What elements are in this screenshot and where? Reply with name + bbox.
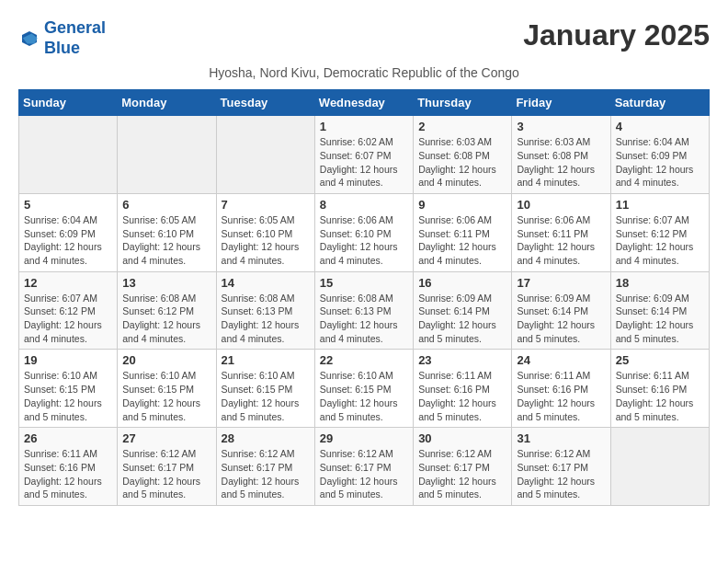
day-number: 5 xyxy=(24,198,112,212)
calendar-week-2: 5Sunrise: 6:04 AM Sunset: 6:09 PM Daylig… xyxy=(19,193,710,271)
day-number: 4 xyxy=(616,120,704,133)
day-number: 6 xyxy=(122,198,210,212)
month-title: January 2025 xyxy=(523,18,710,52)
day-info: Sunrise: 6:09 AM Sunset: 6:14 PM Dayligh… xyxy=(616,292,704,346)
calendar-cell: 7Sunrise: 6:05 AM Sunset: 6:10 PM Daylig… xyxy=(216,193,314,271)
day-info: Sunrise: 6:10 AM Sunset: 6:15 PM Dayligh… xyxy=(222,369,310,423)
calendar-cell: 10Sunrise: 6:06 AM Sunset: 6:11 PM Dayli… xyxy=(512,193,610,271)
day-info: Sunrise: 6:04 AM Sunset: 6:09 PM Dayligh… xyxy=(24,213,112,268)
day-info: Sunrise: 6:11 AM Sunset: 6:16 PM Dayligh… xyxy=(616,369,704,423)
calendar-cell: 27Sunrise: 6:12 AM Sunset: 6:17 PM Dayli… xyxy=(118,428,216,506)
day-info: Sunrise: 6:06 AM Sunset: 6:11 PM Dayligh… xyxy=(517,213,605,268)
calendar-cell: 13Sunrise: 6:08 AM Sunset: 6:12 PM Dayli… xyxy=(118,271,216,350)
day-info: Sunrise: 6:12 AM Sunset: 6:17 PM Dayligh… xyxy=(320,447,408,501)
calendar-cell: 29Sunrise: 6:12 AM Sunset: 6:17 PM Dayli… xyxy=(314,428,413,506)
day-info: Sunrise: 6:03 AM Sunset: 6:08 PM Dayligh… xyxy=(418,135,506,190)
title-section: January 2025 xyxy=(523,18,710,52)
day-number: 27 xyxy=(122,431,210,445)
logo-line1: General xyxy=(44,18,106,37)
header-friday: Friday xyxy=(512,90,610,116)
calendar-cell: 17Sunrise: 6:09 AM Sunset: 6:14 PM Dayli… xyxy=(512,271,610,350)
day-info: Sunrise: 6:12 AM Sunset: 6:17 PM Dayligh… xyxy=(122,447,210,501)
calendar-cell: 20Sunrise: 6:10 AM Sunset: 6:15 PM Dayli… xyxy=(118,350,216,428)
calendar-cell: 11Sunrise: 6:07 AM Sunset: 6:12 PM Dayli… xyxy=(610,193,709,271)
calendar-cell xyxy=(610,428,709,506)
calendar-cell: 2Sunrise: 6:03 AM Sunset: 6:08 PM Daylig… xyxy=(414,116,512,194)
calendar-week-1: 1Sunrise: 6:02 AM Sunset: 6:07 PM Daylig… xyxy=(19,116,710,194)
calendar-body: 1Sunrise: 6:02 AM Sunset: 6:07 PM Daylig… xyxy=(19,116,710,506)
day-info: Sunrise: 6:12 AM Sunset: 6:17 PM Dayligh… xyxy=(418,447,506,501)
day-number: 29 xyxy=(320,431,408,445)
day-number: 28 xyxy=(222,431,310,445)
day-number: 26 xyxy=(24,431,112,445)
calendar-cell: 4Sunrise: 6:04 AM Sunset: 6:09 PM Daylig… xyxy=(610,116,709,194)
day-number: 7 xyxy=(222,198,310,212)
day-number: 8 xyxy=(320,198,408,212)
calendar-cell: 15Sunrise: 6:08 AM Sunset: 6:13 PM Dayli… xyxy=(314,271,413,350)
day-number: 12 xyxy=(24,276,112,290)
day-number: 9 xyxy=(418,198,506,212)
calendar-cell xyxy=(216,116,314,194)
day-number: 18 xyxy=(616,276,704,290)
calendar-cell: 12Sunrise: 6:07 AM Sunset: 6:12 PM Dayli… xyxy=(19,271,118,350)
calendar-cell: 31Sunrise: 6:12 AM Sunset: 6:17 PM Dayli… xyxy=(512,428,610,506)
day-info: Sunrise: 6:10 AM Sunset: 6:15 PM Dayligh… xyxy=(122,369,210,423)
calendar-cell: 25Sunrise: 6:11 AM Sunset: 6:16 PM Dayli… xyxy=(610,350,709,428)
header-tuesday: Tuesday xyxy=(216,90,314,116)
day-info: Sunrise: 6:05 AM Sunset: 6:10 PM Dayligh… xyxy=(122,213,210,268)
calendar-cell: 5Sunrise: 6:04 AM Sunset: 6:09 PM Daylig… xyxy=(19,193,118,271)
day-info: Sunrise: 6:12 AM Sunset: 6:17 PM Dayligh… xyxy=(517,447,605,501)
header-monday: Monday xyxy=(118,90,216,116)
day-info: Sunrise: 6:06 AM Sunset: 6:11 PM Dayligh… xyxy=(418,213,506,268)
day-info: Sunrise: 6:06 AM Sunset: 6:10 PM Dayligh… xyxy=(320,213,408,268)
calendar-cell: 1Sunrise: 6:02 AM Sunset: 6:07 PM Daylig… xyxy=(314,116,413,194)
day-number: 10 xyxy=(517,198,605,212)
day-info: Sunrise: 6:04 AM Sunset: 6:09 PM Dayligh… xyxy=(616,135,704,190)
day-number: 24 xyxy=(517,353,605,367)
header-thursday: Thursday xyxy=(414,90,512,116)
calendar-cell: 21Sunrise: 6:10 AM Sunset: 6:15 PM Dayli… xyxy=(216,350,314,428)
day-info: Sunrise: 6:12 AM Sunset: 6:17 PM Dayligh… xyxy=(222,447,310,501)
day-info: Sunrise: 6:03 AM Sunset: 6:08 PM Dayligh… xyxy=(517,135,605,190)
calendar-cell: 19Sunrise: 6:10 AM Sunset: 6:15 PM Dayli… xyxy=(19,350,118,428)
page-subtitle: Hyosha, Nord Kivu, Democratic Republic o… xyxy=(18,65,710,80)
day-info: Sunrise: 6:08 AM Sunset: 6:12 PM Dayligh… xyxy=(122,292,210,346)
day-info: Sunrise: 6:08 AM Sunset: 6:13 PM Dayligh… xyxy=(222,292,310,346)
day-number: 3 xyxy=(517,120,605,133)
calendar-header: Sunday Monday Tuesday Wednesday Thursday… xyxy=(19,90,710,116)
day-info: Sunrise: 6:09 AM Sunset: 6:14 PM Dayligh… xyxy=(418,292,506,346)
calendar-cell: 22Sunrise: 6:10 AM Sunset: 6:15 PM Dayli… xyxy=(314,350,413,428)
day-info: Sunrise: 6:11 AM Sunset: 6:16 PM Dayligh… xyxy=(24,447,112,501)
calendar-week-5: 26Sunrise: 6:11 AM Sunset: 6:16 PM Dayli… xyxy=(19,428,710,506)
calendar-cell: 24Sunrise: 6:11 AM Sunset: 6:16 PM Dayli… xyxy=(512,350,610,428)
header-sunday: Sunday xyxy=(19,90,118,116)
day-info: Sunrise: 6:08 AM Sunset: 6:13 PM Dayligh… xyxy=(320,292,408,346)
calendar-week-3: 12Sunrise: 6:07 AM Sunset: 6:12 PM Dayli… xyxy=(19,271,710,350)
day-number: 25 xyxy=(616,353,704,367)
header-wednesday: Wednesday xyxy=(314,90,413,116)
day-info: Sunrise: 6:09 AM Sunset: 6:14 PM Dayligh… xyxy=(517,292,605,346)
calendar-cell: 30Sunrise: 6:12 AM Sunset: 6:17 PM Dayli… xyxy=(414,428,512,506)
day-info: Sunrise: 6:07 AM Sunset: 6:12 PM Dayligh… xyxy=(616,213,704,268)
calendar-cell: 23Sunrise: 6:11 AM Sunset: 6:16 PM Dayli… xyxy=(414,350,512,428)
calendar-cell: 6Sunrise: 6:05 AM Sunset: 6:10 PM Daylig… xyxy=(118,193,216,271)
logo-icon xyxy=(18,28,40,50)
day-number: 11 xyxy=(616,198,704,212)
header-row: Sunday Monday Tuesday Wednesday Thursday… xyxy=(19,90,710,116)
page-header: General Blue January 2025 xyxy=(18,18,710,58)
logo-line2: Blue xyxy=(44,39,80,57)
day-number: 15 xyxy=(320,276,408,290)
calendar-cell: 8Sunrise: 6:06 AM Sunset: 6:10 PM Daylig… xyxy=(314,193,413,271)
day-info: Sunrise: 6:10 AM Sunset: 6:15 PM Dayligh… xyxy=(320,369,408,423)
header-saturday: Saturday xyxy=(610,90,709,116)
calendar-table: Sunday Monday Tuesday Wednesday Thursday… xyxy=(18,89,710,506)
calendar-cell: 26Sunrise: 6:11 AM Sunset: 6:16 PM Dayli… xyxy=(19,428,118,506)
day-number: 21 xyxy=(222,353,310,367)
logo: General Blue xyxy=(18,18,106,58)
day-number: 20 xyxy=(122,353,210,367)
calendar-cell xyxy=(19,116,118,194)
day-number: 2 xyxy=(418,120,506,133)
day-number: 30 xyxy=(418,431,506,445)
day-number: 22 xyxy=(320,353,408,367)
logo-text: General Blue xyxy=(44,18,106,58)
